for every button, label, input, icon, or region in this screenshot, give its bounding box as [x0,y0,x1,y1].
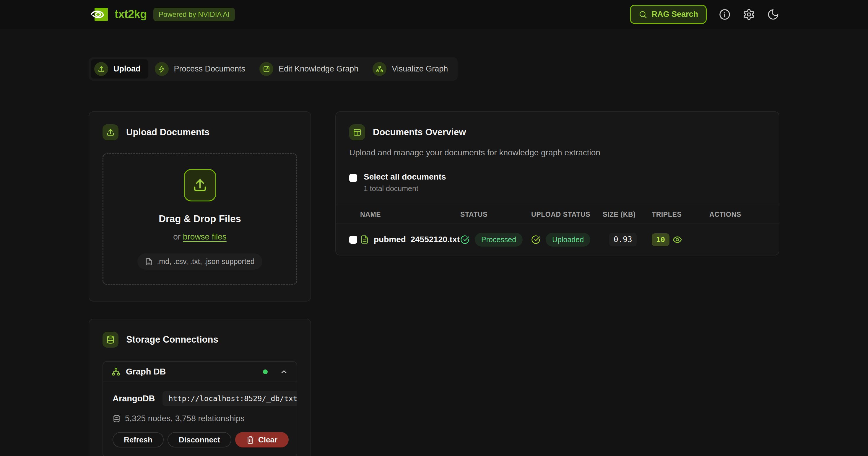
info-button[interactable] [718,8,731,21]
browse-files-link[interactable]: browse files [183,232,226,241]
column-header-upload-status: UPLOAD STATUS [531,210,603,219]
header-actions: RAG Search [630,5,779,24]
storage-connections-card: Storage Connections Graph DB [89,319,311,456]
table-header-row: NAME STATUS UPLOAD STATUS SIZE (KB) TRIP… [336,205,779,224]
refresh-button[interactable]: Refresh [113,432,164,448]
view-document-button[interactable] [673,235,682,245]
file-text-icon [360,235,369,244]
brand-title: txt2kg [115,8,147,21]
graph-db-provider: ArangoDB [113,394,155,403]
eye-icon [673,235,682,245]
document-name: pubmed_24552120.txt [374,235,460,244]
tab-upload[interactable]: Upload [91,59,148,78]
database-icon [113,415,121,423]
upload-documents-card: Upload Documents Drag & Drop Files or br… [89,111,311,301]
select-all-label: Select all documents [364,172,446,182]
tab-process-documents-label: Process Documents [174,64,246,73]
row-checkbox[interactable] [349,236,357,243]
tab-edit-knowledge-graph-label: Edit Knowledge Graph [279,64,359,73]
graph-db-details: ArangoDB http://localhost:8529/_db/txt2k… [103,382,297,456]
app-header: txt2kg Powered by NVIDIA AI RAG Search [0,0,868,29]
tab-process-documents[interactable]: Process Documents [151,59,253,78]
column-header-actions: ACTIONS [709,210,766,219]
upload-icon [184,169,216,201]
supported-formats-label: .md, .csv, .txt, .json supported [157,257,254,266]
clear-label: Clear [258,435,277,445]
column-header-name: NAME [360,210,460,219]
info-icon [718,8,731,21]
total-documents-label: 1 total document [364,184,446,193]
triples-count-badge: 10 [652,233,670,246]
table-icon [349,124,365,140]
check-circle-icon [531,235,540,244]
status-badge: Processed [475,233,523,247]
graph-db-stats-text: 5,325 nodes, 3,758 relationships [125,414,245,423]
dropzone-subtitle: or browse files [173,232,226,241]
graph-db-stats: 5,325 nodes, 3,758 relationships [113,414,287,423]
search-icon [639,10,647,19]
tab-edit-knowledge-graph[interactable]: Edit Knowledge Graph [256,59,366,78]
nvidia-logo-icon [89,7,108,22]
rag-search-button[interactable]: RAG Search [630,5,707,24]
documents-card-title: Documents Overview [373,127,466,138]
powered-by-badge: Powered by NVIDIA AI [153,8,235,21]
select-all-checkbox[interactable] [349,174,357,182]
or-text: or [173,232,181,241]
upload-status-badge: Uploaded [546,233,590,247]
graph-db-url: http://localhost:8529/_db/txt2kg [162,391,297,406]
graph-db-section: Graph DB ArangoDB http://localhost:8529/… [102,361,297,456]
tab-bar: Upload Process Documents Edit Knowledge … [89,57,458,80]
moon-icon [767,8,779,21]
file-icon [145,258,153,265]
table-row[interactable]: pubmed_24552120.txt Processed Uploaded [336,224,779,255]
size-value: 0.93 [609,233,637,246]
supported-formats-badge: .md, .csv, .txt, .json supported [137,253,262,270]
rag-search-label: RAG Search [651,10,698,19]
settings-button[interactable] [743,8,755,21]
refresh-label: Refresh [124,435,152,445]
documents-card-subtitle: Upload and manage your documents for kno… [349,148,766,157]
documents-overview-card: Documents Overview Upload and manage you… [335,111,779,256]
disconnect-label: Disconnect [179,435,220,445]
tab-visualize-graph[interactable]: Visualize Graph [369,59,456,78]
gear-icon [743,8,755,21]
lightning-icon [155,62,169,76]
connected-status-dot [263,369,268,374]
dropzone-title: Drag & Drop Files [159,213,241,224]
edit-icon [259,62,273,76]
graph-network-icon [373,62,386,76]
clear-button[interactable]: Clear [235,432,289,448]
graph-db-label: Graph DB [126,367,166,377]
column-header-triples: TRIPLES [652,210,709,219]
database-icon [102,332,119,348]
theme-toggle-button[interactable] [767,8,779,21]
drag-drop-zone[interactable]: Drag & Drop Files or browse files .md, .… [102,153,297,285]
upload-icon [94,62,108,76]
documents-table: NAME STATUS UPLOAD STATUS SIZE (KB) TRIP… [336,205,779,255]
upload-icon [102,124,119,140]
upload-card-title: Upload Documents [126,127,210,138]
column-header-size: SIZE (KB) [603,210,652,219]
tab-upload-label: Upload [114,64,141,73]
brand: txt2kg Powered by NVIDIA AI [89,7,235,22]
tab-visualize-graph-label: Visualize Graph [392,64,448,73]
graph-db-header[interactable]: Graph DB [103,362,297,382]
trash-icon [246,436,254,444]
storage-card-title: Storage Connections [126,334,218,345]
disconnect-button[interactable]: Disconnect [167,432,231,448]
column-header-status: STATUS [460,210,531,219]
main-content: Upload Process Documents Edit Knowledge … [89,29,779,456]
chevron-up-icon[interactable] [279,367,288,376]
check-circle-icon [460,235,469,244]
graph-network-icon [112,367,121,376]
